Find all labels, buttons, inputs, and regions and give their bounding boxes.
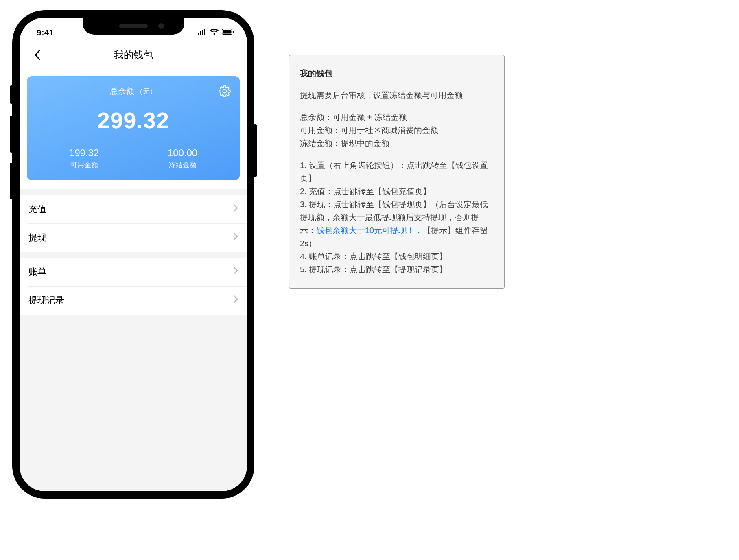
menu-group: 充值 提现 bbox=[20, 195, 247, 252]
spec-item: 5. 提现记录：点击跳转至【提现记录页】 bbox=[300, 263, 494, 276]
available-value: 199.32 bbox=[35, 147, 133, 159]
phone-notch bbox=[83, 18, 184, 35]
svg-rect-3 bbox=[204, 29, 205, 35]
balance-title: 总余额 bbox=[110, 86, 134, 97]
frozen-balance: 100.00 冻结金额 bbox=[133, 147, 232, 170]
spec-item: 1. 设置（右上角齿轮按钮）：点击跳转至【钱包设置页】 bbox=[300, 159, 494, 185]
menu-label: 提现记录 bbox=[28, 294, 64, 306]
spec-item: 4. 账单记录：点击跳转至【钱包明细页】 bbox=[300, 250, 494, 263]
status-time: 9:41 bbox=[37, 28, 54, 37]
chevron-right-icon bbox=[233, 232, 238, 243]
menu-label: 充值 bbox=[28, 203, 46, 215]
spec-title: 我的钱包 bbox=[300, 67, 494, 80]
spec-panel: 我的钱包 提现需要后台审核，设置冻结金额与可用金额 总余额：可用金额 + 冻结金… bbox=[289, 55, 505, 289]
signal-icon bbox=[198, 29, 207, 36]
available-balance: 199.32 可用金额 bbox=[35, 147, 133, 170]
battery-icon bbox=[222, 29, 234, 36]
spec-intro: 提现需要后台审核，设置冻结金额与可用金额 bbox=[300, 89, 494, 102]
spec-item: 2. 充值：点击跳转至【钱包充值页】 bbox=[300, 185, 494, 198]
spec-list: 1. 设置（右上角齿轮按钮）：点击跳转至【钱包设置页】 2. 充值：点击跳转至【… bbox=[300, 159, 494, 276]
page-title: 我的钱包 bbox=[114, 48, 153, 61]
balance-total: 299.32 bbox=[35, 107, 232, 133]
gear-icon bbox=[219, 85, 231, 97]
frozen-label: 冻结金额 bbox=[133, 160, 232, 170]
menu-item-recharge[interactable]: 充值 bbox=[20, 195, 247, 223]
spec-item: 3. 提现：点击跳转至【钱包提现页】（后台设定最低提现额，余额大于最低提现额后支… bbox=[300, 198, 494, 250]
chevron-left-icon bbox=[34, 50, 41, 60]
svg-rect-1 bbox=[200, 31, 201, 35]
available-label: 可用金额 bbox=[35, 160, 133, 170]
phone-mockup: 9:41 我的钱包 bbox=[12, 10, 254, 499]
settings-button[interactable] bbox=[219, 85, 232, 98]
menu-label: 提现 bbox=[28, 232, 46, 244]
spec-def: 总余额：可用金额 + 冻结金额 bbox=[300, 111, 494, 124]
spec-link-text: 钱包余额大于10元可提现！， bbox=[316, 226, 423, 235]
spec-def: 冻结金额：提现中的金额 bbox=[300, 137, 494, 150]
nav-bar: 我的钱包 bbox=[20, 41, 247, 69]
menu-label: 账单 bbox=[28, 266, 46, 278]
chevron-right-icon bbox=[233, 204, 238, 214]
frozen-value: 100.00 bbox=[133, 147, 232, 159]
wifi-icon bbox=[210, 29, 219, 37]
spec-def: 可用金额：可用于社区商城消费的金额 bbox=[300, 124, 494, 137]
menu-item-withdraw[interactable]: 提现 bbox=[20, 223, 247, 252]
svg-rect-0 bbox=[198, 33, 199, 35]
back-button[interactable] bbox=[29, 47, 46, 63]
svg-rect-6 bbox=[233, 31, 234, 33]
menu-group: 账单 提现记录 bbox=[20, 258, 247, 315]
balance-card: 总余额 （元） 299.32 199.32 bbox=[27, 76, 240, 180]
spec-definitions: 总余额：可用金额 + 冻结金额 可用金额：可用于社区商城消费的金额 冻结金额：提… bbox=[300, 111, 494, 150]
chevron-right-icon bbox=[233, 295, 238, 306]
menu-item-withdraw-history[interactable]: 提现记录 bbox=[20, 286, 247, 315]
chevron-right-icon bbox=[233, 267, 238, 277]
menu-item-bill[interactable]: 账单 bbox=[20, 258, 247, 286]
svg-rect-2 bbox=[202, 30, 203, 35]
balance-unit: （元） bbox=[136, 87, 157, 96]
svg-rect-5 bbox=[223, 30, 232, 34]
